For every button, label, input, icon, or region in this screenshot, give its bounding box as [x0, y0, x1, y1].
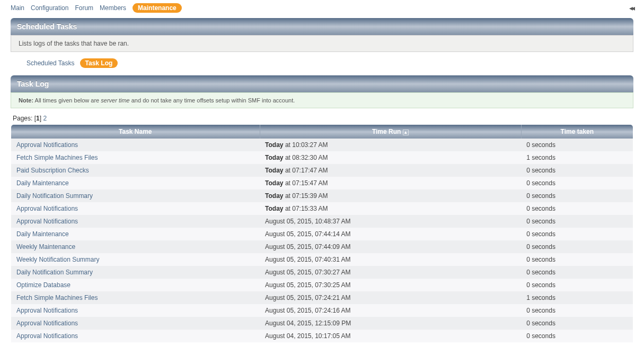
task-name-link[interactable]: Weekly Notification Summary — [16, 256, 100, 263]
time-run-cell: Today at 07:17:47 AM — [260, 164, 521, 177]
top-menu-item-configuration[interactable]: Configuration — [31, 4, 68, 12]
collapse-arrows-icon[interactable]: ◂◂ — [629, 4, 633, 12]
pages-label: Pages: — [13, 115, 34, 122]
time-run-today: Today — [265, 141, 283, 149]
task-name-link[interactable]: Approval Notifications — [16, 141, 78, 149]
time-run-cell: August 05, 2015, 07:24:16 AM — [260, 304, 521, 317]
time-run-value: August 05, 2015, 07:24:16 AM — [265, 307, 350, 314]
task-name-link[interactable]: Approval Notifications — [16, 307, 78, 314]
time-run-cell: August 05, 2015, 07:40:31 AM — [260, 253, 521, 266]
task-log-title: Task Log — [17, 80, 49, 88]
note-part1: All times given below are — [33, 97, 101, 104]
time-taken-cell: 0 seconds — [521, 228, 633, 240]
table-row: Weekly Notification SummaryAugust 05, 20… — [11, 253, 633, 266]
sub-tab-task-log[interactable]: Task Log — [80, 58, 118, 68]
time-run-today: Today — [265, 205, 283, 212]
task-name-link[interactable]: Daily Maintenance — [16, 230, 69, 238]
time-run-cell: August 05, 2015, 07:30:25 AM — [260, 279, 521, 291]
task-name-link[interactable]: Weekly Maintenance — [16, 243, 75, 251]
time-run-value: August 05, 2015, 07:24:21 AM — [265, 294, 350, 301]
top-menu-item-members[interactable]: Members — [100, 4, 126, 12]
time-run-value: at 07:15:47 AM — [284, 179, 328, 187]
sort-asc-icon: ▴ — [403, 130, 409, 135]
task-name-link[interactable]: Approval Notifications — [16, 218, 78, 225]
top-menu-item-maintenance[interactable]: Maintenance — [133, 3, 182, 13]
task-name-link[interactable]: Approval Notifications — [16, 320, 78, 327]
time-run-value: August 05, 2015, 07:40:31 AM — [265, 256, 350, 263]
table-row: Daily MaintenanceToday at 07:15:47 AM0 s… — [11, 177, 633, 189]
note-box: Note: All times given below are server t… — [11, 92, 633, 108]
time-run-value: at 07:15:39 AM — [284, 192, 328, 200]
time-run-value: at 08:32:30 AM — [284, 154, 328, 161]
task-log-title-bar: Task Log — [11, 75, 633, 92]
task-name-link[interactable]: Daily Notification Summary — [16, 192, 93, 200]
sub-tab-scheduled-tasks[interactable]: Scheduled Tasks — [27, 59, 75, 67]
task-name-link[interactable]: Fetch Simple Machines Files — [16, 294, 98, 301]
time-run-cell: August 05, 2015, 07:24:21 AM — [260, 291, 521, 304]
top-menu-item-main[interactable]: Main — [11, 4, 24, 12]
time-run-cell: Today at 07:15:47 AM — [260, 177, 521, 189]
task-name-link[interactable]: Paid Subscription Checks — [16, 167, 89, 174]
task-name-link[interactable]: Daily Notification Summary — [16, 269, 93, 276]
task-name-link[interactable]: Fetch Simple Machines Files — [16, 154, 98, 161]
table-row: Daily Notification SummaryToday at 07:15… — [11, 189, 633, 202]
sub-tabs: Scheduled TasksTask Log — [11, 59, 633, 67]
col-header-time-run[interactable]: Time Run▴ — [260, 125, 521, 139]
time-run-cell: August 05, 2015, 10:48:37 AM — [260, 215, 521, 228]
top-menu-item-forum[interactable]: Forum — [75, 4, 93, 12]
table-row: Approval NotificationsAugust 05, 2015, 0… — [11, 304, 633, 317]
table-row: Approval NotificationsToday at 10:03:27 … — [11, 139, 633, 151]
task-name-link[interactable]: Daily Maintenance — [16, 179, 69, 187]
top-menu: MainConfigurationForumMembersMaintenance… — [11, 0, 633, 18]
time-taken-cell: 0 seconds — [521, 253, 633, 266]
time-taken-cell: 0 seconds — [521, 240, 633, 253]
time-run-cell: August 05, 2015, 07:30:27 AM — [260, 266, 521, 279]
task-name-link[interactable]: Optimize Database — [16, 281, 70, 289]
col-header-time-taken[interactable]: Time taken — [521, 125, 633, 139]
time-run-value: August 05, 2015, 07:44:09 AM — [265, 243, 350, 251]
table-row: Approval NotificationsAugust 05, 2015, 1… — [11, 215, 633, 228]
time-run-cell: August 05, 2015, 07:44:14 AM — [260, 228, 521, 240]
time-run-today: Today — [265, 179, 283, 187]
col-header-task-name[interactable]: Task Name — [11, 125, 260, 139]
task-name-link[interactable]: Approval Notifications — [16, 205, 78, 212]
time-run-today: Today — [265, 167, 283, 174]
time-taken-cell: 1 seconds — [521, 151, 633, 164]
scheduled-tasks-description: Lists logs of the tasks that have be ran… — [11, 35, 633, 52]
table-row: Approval NotificationsAugust 04, 2015, 1… — [11, 317, 633, 330]
table-row: Fetch Simple Machines FilesAugust 05, 20… — [11, 291, 633, 304]
table-row: Approval NotificationsAugust 04, 2015, 1… — [11, 330, 633, 343]
time-run-value: August 04, 2015, 10:17:05 AM — [265, 332, 350, 340]
scheduled-tasks-title: Scheduled Tasks — [17, 22, 77, 31]
time-run-cell: Today at 08:32:30 AM — [260, 151, 521, 164]
scheduled-tasks-title-bar: Scheduled Tasks — [11, 18, 633, 35]
time-run-cell: August 04, 2015, 12:15:09 PM — [260, 317, 521, 330]
time-run-cell: Today at 10:03:27 AM — [260, 139, 521, 151]
time-taken-cell: 0 seconds — [521, 215, 633, 228]
time-run-value: August 05, 2015, 10:48:37 AM — [265, 218, 350, 225]
page-current: 1 — [36, 115, 40, 122]
time-taken-cell: 0 seconds — [521, 266, 633, 279]
time-run-today: Today — [265, 154, 283, 161]
time-run-cell: Today at 07:15:39 AM — [260, 189, 521, 202]
table-row: Daily MaintenanceAugust 05, 2015, 07:44:… — [11, 228, 633, 240]
time-taken-cell: 0 seconds — [521, 177, 633, 189]
page-link-2[interactable]: 2 — [43, 115, 47, 122]
time-taken-cell: 0 seconds — [521, 164, 633, 177]
time-taken-cell: 1 seconds — [521, 291, 633, 304]
time-taken-cell: 0 seconds — [521, 202, 633, 215]
note-part2: and do not take any time offsets setup w… — [130, 97, 295, 104]
table-row: Paid Subscription ChecksToday at 07:17:4… — [11, 164, 633, 177]
task-name-link[interactable]: Approval Notifications — [16, 332, 78, 340]
time-run-value: August 05, 2015, 07:30:27 AM — [265, 269, 350, 276]
time-run-today: Today — [265, 192, 283, 200]
table-row: Fetch Simple Machines FilesToday at 08:3… — [11, 151, 633, 164]
time-run-value: August 05, 2015, 07:30:25 AM — [265, 281, 350, 289]
time-run-cell: Today at 07:15:33 AM — [260, 202, 521, 215]
table-row: Weekly MaintenanceAugust 05, 2015, 07:44… — [11, 240, 633, 253]
time-run-value: August 04, 2015, 12:15:09 PM — [265, 320, 351, 327]
table-header-row: Task Name Time Run▴ Time taken — [11, 125, 633, 139]
time-taken-cell: 0 seconds — [521, 139, 633, 151]
time-run-cell: August 04, 2015, 10:17:05 AM — [260, 330, 521, 343]
time-taken-cell: 0 seconds — [521, 317, 633, 330]
